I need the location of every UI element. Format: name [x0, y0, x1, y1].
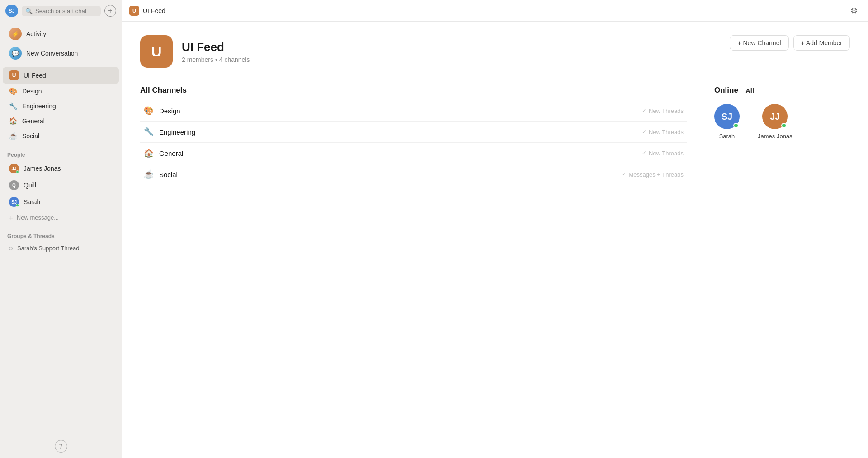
social-status-text: Messages + Threads: [628, 171, 684, 178]
new-message-label: New message...: [17, 214, 59, 221]
sidebar-item-design[interactable]: 🎨 Design: [3, 84, 119, 98]
general-row-icon: 🏠: [144, 148, 154, 158]
sarah-status-dot: [733, 123, 739, 128]
sidebar-item-sarahs-support[interactable]: Sarah's Support Thread: [3, 242, 119, 255]
social-check-icon: ✓: [622, 171, 626, 178]
new-channel-button[interactable]: + New Channel: [730, 35, 788, 51]
thread-dot-icon: [9, 247, 13, 250]
channels-title: All Channels: [140, 86, 687, 95]
sarah-online-name: Sarah: [719, 133, 735, 140]
engineering-status-text: New Threads: [649, 129, 684, 136]
sidebar-item-general-label: General: [22, 117, 45, 125]
quill-avatar: Q: [9, 180, 19, 190]
people-section-label: People: [0, 147, 122, 160]
workspace-meta: 2 members • 4 channels: [182, 56, 250, 63]
social-row-name: Social: [159, 171, 622, 178]
main-columns: All Channels 🎨 Design ✓ New Threads 🔧 En…: [140, 86, 850, 185]
social-row-icon: ☕: [144, 169, 154, 179]
groups-threads-label: Groups & Threads: [0, 229, 122, 241]
topbar-workspace: U UI Feed: [129, 6, 165, 16]
sarah-avatar: SJ: [9, 197, 19, 207]
new-conversation-label: New Conversation: [26, 50, 78, 57]
sarah-online-dot: [16, 204, 19, 207]
sarah-label: Sarah: [24, 198, 40, 206]
channel-row-general[interactable]: 🏠 General ✓ New Threads: [140, 143, 687, 164]
general-row-status: ✓ New Threads: [642, 150, 684, 157]
general-status-text: New Threads: [649, 150, 684, 157]
sidebar-header: SJ 🔍 +: [0, 0, 122, 22]
main-content: U UI Feed ⚙ U UI Feed 2 members • 4 chan…: [122, 0, 868, 458]
design-channel-icon: 🎨: [9, 87, 18, 95]
sarahs-support-label: Sarah's Support Thread: [17, 245, 79, 252]
add-member-button[interactable]: + Add Member: [793, 35, 850, 51]
user-avatar[interactable]: SJ: [5, 5, 18, 17]
workspace-details: UI Feed 2 members • 4 channels: [182, 40, 250, 63]
sidebar-item-general[interactable]: 🏠 General: [3, 114, 119, 128]
topbar: U UI Feed ⚙: [122, 0, 868, 22]
design-row-status: ✓ New Threads: [642, 107, 684, 114]
sidebar-item-quill[interactable]: Q Quill: [3, 177, 119, 193]
engineering-row-icon: 🔧: [144, 127, 154, 137]
social-channel-icon: ☕: [9, 132, 18, 140]
content-area: U UI Feed 2 members • 4 channels + New C…: [122, 22, 868, 458]
settings-button[interactable]: ⚙: [847, 4, 861, 18]
online-header: Online All: [714, 86, 850, 95]
search-input[interactable]: [35, 8, 97, 14]
workspace-header: U UI Feed 2 members • 4 channels + New C…: [140, 35, 850, 68]
add-button[interactable]: +: [104, 5, 116, 17]
channel-row-social[interactable]: ☕ Social ✓ Messages + Threads: [140, 164, 687, 185]
quill-label: Quill: [24, 182, 36, 189]
sidebar-item-james[interactable]: JJ James Jonas: [3, 160, 119, 177]
channel-row-engineering[interactable]: 🔧 Engineering ✓ New Threads: [140, 122, 687, 143]
james-status-dot: [781, 123, 787, 128]
online-title: Online: [714, 86, 738, 95]
online-user-james[interactable]: JJ James Jonas: [758, 104, 793, 140]
groups-threads-section: Groups & Threads Sarah's Support Thread: [0, 227, 122, 257]
sidebar-item-new-conversation[interactable]: 💬 New Conversation: [3, 44, 119, 63]
workspace-info: U UI Feed 2 members • 4 channels: [140, 35, 250, 68]
search-bar[interactable]: 🔍: [22, 6, 101, 16]
sidebar: SJ 🔍 + ⚡ Activity 💬 New Conversation U U…: [0, 0, 122, 458]
sidebar-item-activity[interactable]: ⚡ Activity: [3, 24, 119, 43]
search-icon: 🔍: [25, 8, 33, 14]
channels-column: All Channels 🎨 Design ✓ New Threads 🔧 En…: [140, 86, 687, 185]
new-message-button[interactable]: + New message...: [3, 210, 119, 224]
sidebar-item-design-label: Design: [22, 88, 42, 95]
engineering-channel-icon: 🔧: [9, 102, 18, 110]
activity-section: ⚡ Activity 💬 New Conversation: [0, 22, 122, 65]
all-badge: All: [745, 87, 754, 94]
help-button[interactable]: ?: [55, 440, 67, 453]
people-section: People JJ James Jonas Q Quill SJ Sarah +…: [0, 145, 122, 227]
sidebar-item-social[interactable]: ☕ Social: [3, 129, 119, 143]
sidebar-item-social-label: Social: [22, 132, 39, 140]
ui-feed-icon: U: [9, 70, 19, 80]
online-user-sarah[interactable]: SJ Sarah: [714, 104, 740, 140]
general-channel-icon: 🏠: [9, 117, 18, 125]
activity-label: Activity: [26, 30, 46, 37]
new-conversation-icon: 💬: [9, 47, 22, 60]
sidebar-item-sarah[interactable]: SJ Sarah: [3, 194, 119, 210]
channel-row-design[interactable]: 🎨 Design ✓ New Threads: [140, 100, 687, 122]
topbar-right: ⚙: [847, 4, 861, 18]
workspace-logo: U: [140, 35, 173, 68]
sidebar-item-engineering-label: Engineering: [22, 103, 56, 110]
design-row-icon: 🎨: [144, 106, 154, 116]
new-message-plus-icon: +: [9, 214, 13, 221]
workspace-name: UI Feed: [182, 40, 250, 54]
general-row-name: General: [159, 150, 642, 157]
online-users: SJ Sarah JJ James Jonas: [714, 104, 850, 140]
design-check-icon: ✓: [642, 107, 646, 114]
workspace-actions: + New Channel + Add Member: [730, 35, 850, 51]
topbar-workspace-name: UI Feed: [143, 7, 165, 14]
design-row-name: Design: [159, 107, 642, 115]
sidebar-item-engineering[interactable]: 🔧 Engineering: [3, 99, 119, 113]
james-online-avatar: JJ: [762, 104, 788, 129]
topbar-workspace-icon: U: [129, 6, 139, 16]
general-check-icon: ✓: [642, 150, 646, 156]
sidebar-item-ui-feed-label: UI Feed: [24, 72, 46, 79]
channels-section: U UI Feed 🎨 Design 🔧 Engineering 🏠 Gener…: [0, 65, 122, 145]
social-row-status: ✓ Messages + Threads: [622, 171, 684, 178]
sidebar-item-ui-feed[interactable]: U UI Feed: [3, 67, 119, 84]
james-label: James Jonas: [24, 165, 61, 172]
james-avatar: JJ: [9, 164, 19, 173]
